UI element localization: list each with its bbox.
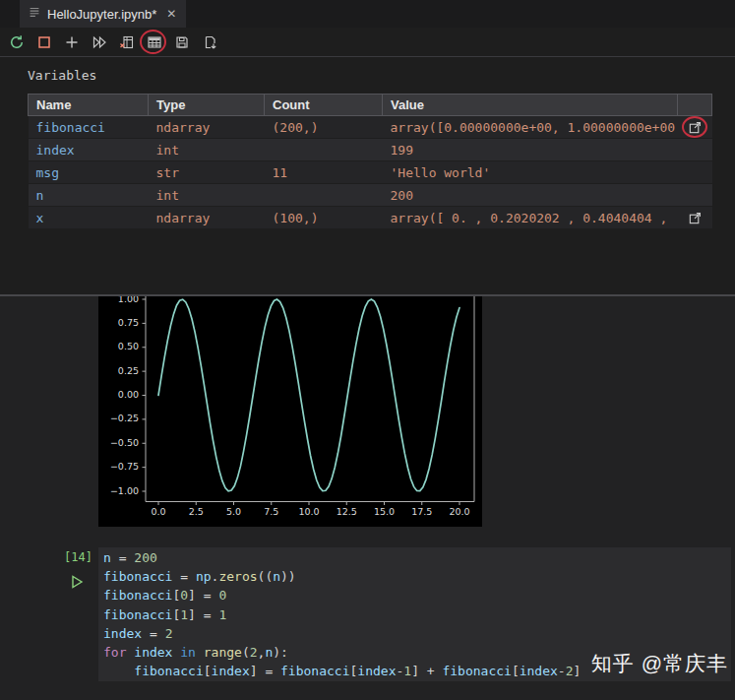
y-tick-label: 0.25: [118, 365, 139, 376]
toolbar-save-button[interactable]: [173, 33, 191, 51]
y-tick-label: −0.75: [110, 461, 139, 472]
y-tick-label: 1.00: [118, 296, 139, 304]
open-cell: [678, 184, 712, 207]
variable-count: [265, 184, 383, 207]
variable-name: msg: [29, 161, 149, 184]
column-header-count: Count: [265, 95, 383, 116]
toolbar-export-button[interactable]: [201, 33, 218, 51]
variable-value: 199: [383, 139, 678, 161]
open-in-data-viewer-icon: [688, 211, 703, 225]
watermark: 知乎 @常庆丰: [591, 650, 728, 677]
x-tick-label: 5.0: [226, 506, 241, 517]
output-plot-image: 1.000.750.500.250.00−0.25−0.50−0.75−1.00…: [98, 296, 482, 527]
run-cell-button[interactable]: [69, 574, 85, 590]
variable-type: int: [149, 139, 265, 161]
code-line: index = 2: [103, 624, 723, 643]
x-tick-label: 17.5: [411, 506, 432, 517]
variables-table-header: Name Type Count Value: [29, 95, 712, 116]
x-tick-label: 0.0: [151, 506, 165, 517]
y-tick-label: −0.25: [110, 413, 139, 423]
variable-name: fibonacci: [29, 116, 149, 139]
open-in-data-viewer-icon: [688, 120, 703, 135]
toolbar-insert-cell-button[interactable]: [63, 33, 81, 51]
save-icon: [174, 34, 190, 50]
code-line: fibonacci[1] = 1: [103, 605, 723, 624]
variable-type: ndarray: [149, 207, 265, 229]
variable-name: x: [29, 207, 149, 229]
x-tick-label: 2.5: [189, 506, 204, 517]
variable-count: 11: [265, 161, 383, 184]
open-cell: [678, 161, 712, 184]
tab-hellojupyter[interactable]: HelloJupyter.ipynb* ✕: [20, 0, 186, 28]
variables-table: Name Type Count Value fibonaccindarray(2…: [28, 94, 712, 229]
y-tick-label: −0.50: [110, 437, 139, 448]
execution-count: [14]: [55, 550, 92, 564]
x-tick-label: 20.0: [449, 506, 469, 517]
variable-type: int: [149, 184, 265, 207]
variable-value: 200: [383, 184, 678, 207]
open-cell: [678, 207, 712, 229]
run-all-icon: [92, 34, 107, 50]
variable-type: str: [149, 161, 265, 184]
variables-icon: [147, 34, 162, 50]
variable-row-fibonacci[interactable]: fibonaccindarray(200,)array([0.00000000e…: [29, 116, 712, 139]
variable-value: array([0.00000000e+00, 1.00000000e+00: [383, 116, 678, 139]
toolbar-run-all-button[interactable]: [91, 33, 108, 51]
open-in-data-viewer-button[interactable]: [688, 119, 703, 134]
column-header-name: Name: [29, 95, 149, 116]
tab-strip: HelloJupyter.ipynb* ✕: [0, 0, 735, 28]
x-tick-label: 15.0: [374, 506, 395, 517]
variable-name: index: [29, 139, 149, 161]
y-tick-label: 0.00: [118, 389, 139, 400]
x-tick-label: 12.5: [337, 506, 357, 517]
open-cell: [678, 116, 712, 139]
plot-background: [98, 296, 482, 527]
variable-row-msg[interactable]: msgstr11'Hello world': [29, 161, 712, 184]
restart-icon: [9, 34, 25, 50]
variable-type: ndarray: [149, 116, 265, 139]
y-tick-label: 0.75: [118, 317, 139, 328]
x-tick-label: 10.0: [298, 506, 319, 517]
column-header-open: [678, 95, 712, 116]
y-tick-label: −1.00: [110, 485, 139, 496]
variable-count: (200,): [265, 116, 383, 139]
insert-cell-icon: [64, 34, 80, 50]
toolbar-variables-button[interactable]: [146, 33, 163, 51]
variable-count: (100,): [265, 207, 383, 229]
code-line: n = 200: [103, 548, 723, 567]
tab-title: HelloJupyter.ipynb*: [47, 7, 156, 22]
variable-value: 'Hello world': [383, 161, 678, 184]
close-icon[interactable]: ✕: [166, 7, 176, 21]
variable-count: [265, 139, 383, 161]
toolbar-interrupt-button[interactable]: [35, 33, 53, 51]
variable-row-x[interactable]: xndarray(100,)array([ 0. , 0.2020202 , 0…: [29, 207, 712, 229]
column-header-type: Type: [149, 95, 265, 116]
interrupt-icon: [36, 34, 52, 50]
export-icon: [202, 34, 217, 50]
variable-row-n[interactable]: nint200: [29, 184, 712, 207]
variable-value: array([ 0. , 0.2020202 , 0.4040404 ,: [383, 207, 678, 229]
variable-name: n: [29, 184, 149, 207]
column-header-value: Value: [383, 95, 678, 116]
clear-outputs-icon: [119, 34, 135, 50]
code-line: fibonacci = np.zeros((n)): [103, 567, 723, 586]
toolbar-clear-outputs-button[interactable]: [118, 33, 136, 51]
notebook-icon: [28, 5, 41, 23]
variable-row-index[interactable]: indexint199: [29, 139, 712, 161]
code-line: fibonacci[0] = 0: [103, 586, 723, 605]
x-tick-label: 7.5: [264, 506, 278, 517]
open-cell: [678, 139, 712, 161]
open-in-data-viewer-button[interactable]: [688, 210, 703, 224]
notebook-toolbar: [0, 28, 735, 57]
toolbar-restart-button[interactable]: [8, 33, 26, 51]
y-tick-label: 0.50: [118, 341, 139, 351]
variables-panel-title: Variables: [28, 68, 96, 83]
